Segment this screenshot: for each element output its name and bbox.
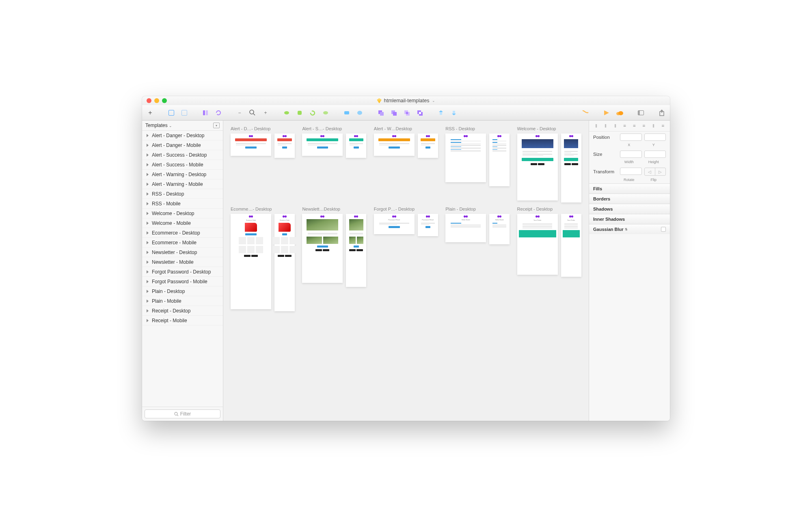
- artboard-title[interactable]: Receipt - Desktop: [517, 207, 581, 211]
- disclosure-triangle-icon[interactable]: [147, 144, 149, 147]
- traffic-lights[interactable]: [142, 98, 167, 103]
- artboard-thumb[interactable]: [374, 134, 415, 156]
- align-left-icon[interactable]: ⦀: [593, 123, 599, 129]
- layer-row[interactable]: Receipt - Mobile: [142, 316, 223, 325]
- disclosure-triangle-icon[interactable]: [147, 173, 149, 176]
- shadows-section[interactable]: Shadows: [589, 204, 670, 214]
- insert-button[interactable]: +: [145, 108, 155, 118]
- artboard-thumb[interactable]: Hello World: [489, 214, 510, 244]
- cloud-button[interactable]: [615, 108, 624, 118]
- artboard-thumb[interactable]: Hello World: [445, 214, 486, 242]
- alignment-controls[interactable]: ⦀ ⦀ ⦀ = = = ⦀ =: [589, 121, 670, 131]
- artboard-thumb[interactable]: Your Order: [517, 214, 558, 275]
- flatten-button[interactable]: [321, 108, 330, 118]
- layer-row[interactable]: Ecommerce - Desktop: [142, 228, 223, 238]
- intersect-button[interactable]: [402, 108, 412, 118]
- zoom-button[interactable]: [248, 108, 257, 118]
- group-button[interactable]: [166, 108, 176, 118]
- ungroup-button[interactable]: [179, 108, 189, 118]
- fills-section[interactable]: Fills: [589, 183, 670, 194]
- create-symbol-button[interactable]: [201, 108, 210, 118]
- layer-row[interactable]: Ecommerce - Mobile: [142, 238, 223, 248]
- artboard-thumb[interactable]: Password Reset: [374, 214, 415, 234]
- distribute-h-icon[interactable]: ⦀: [650, 123, 656, 129]
- filter-input[interactable]: Filter: [145, 409, 220, 418]
- artboard-title[interactable]: RSS - Desktop: [445, 126, 510, 131]
- layer-row[interactable]: Welcome - Mobile: [142, 218, 223, 228]
- disclosure-triangle-icon[interactable]: [147, 222, 149, 225]
- disclosure-triangle-icon[interactable]: [147, 202, 149, 205]
- rotate-copies-button[interactable]: [308, 108, 317, 118]
- artboard-title[interactable]: Plain - Desktop: [445, 207, 510, 211]
- distribute-v-icon[interactable]: =: [660, 123, 666, 129]
- forward-button[interactable]: [436, 108, 446, 118]
- width-input[interactable]: [620, 151, 642, 158]
- backward-button[interactable]: [449, 108, 459, 118]
- inner-shadows-section[interactable]: Inner Shadows: [589, 214, 670, 224]
- disclosure-triangle-icon[interactable]: [147, 183, 149, 186]
- borders-section[interactable]: Borders: [589, 194, 670, 204]
- flip-v-icon[interactable]: ▷: [655, 168, 665, 175]
- layer-row[interactable]: Newsletter - Desktop: [142, 248, 223, 257]
- layer-row[interactable]: Plain - Mobile: [142, 296, 223, 306]
- layer-row[interactable]: Plain - Desktop: [142, 287, 223, 296]
- export-button[interactable]: [657, 108, 667, 118]
- layer-row[interactable]: Alert - Success - Desktop: [142, 150, 223, 160]
- disclosure-triangle-icon[interactable]: [147, 319, 149, 322]
- position-y-input[interactable]: [644, 134, 666, 141]
- artboard-thumb[interactable]: [445, 134, 486, 182]
- artboard-title[interactable]: Welcome - Desktop: [517, 126, 581, 131]
- artboard-thumb[interactable]: [489, 134, 510, 186]
- artboard-title[interactable]: Ecomme…- Desktop: [231, 207, 295, 211]
- pages-header[interactable]: Templates⌄ ▾: [142, 121, 223, 131]
- mask-button[interactable]: [342, 108, 352, 118]
- height-input[interactable]: [644, 151, 666, 158]
- transform-button[interactable]: [295, 108, 304, 118]
- disclosure-triangle-icon[interactable]: [147, 212, 149, 215]
- disclosure-triangle-icon[interactable]: [147, 309, 149, 312]
- layer-row[interactable]: Forgot Password - Mobile: [142, 277, 223, 287]
- artboard-thumb[interactable]: Password Reset: [418, 214, 438, 236]
- disclosure-triangle-icon[interactable]: [147, 299, 149, 303]
- artboard-thumb[interactable]: Summer Sale: [274, 214, 295, 311]
- blur-checkbox[interactable]: [661, 227, 666, 232]
- layer-tree[interactable]: Alert - Danger - DesktopAlert - Danger -…: [142, 131, 223, 407]
- align-bottom-icon[interactable]: =: [641, 123, 647, 129]
- flip-h-icon[interactable]: ◁: [645, 168, 655, 175]
- layer-row[interactable]: RSS - Desktop: [142, 189, 223, 199]
- layer-row[interactable]: Alert - Success - Mobile: [142, 160, 223, 170]
- artboard-thumb[interactable]: [274, 134, 295, 158]
- position-x-input[interactable]: [620, 134, 642, 141]
- artboard-thumb[interactable]: [302, 134, 343, 156]
- disclosure-triangle-icon[interactable]: [147, 280, 149, 283]
- align-middle-icon[interactable]: =: [631, 123, 637, 129]
- align-right-icon[interactable]: ⦀: [612, 123, 618, 129]
- artboard-thumb[interactable]: [561, 134, 581, 202]
- zoom-in-button[interactable]: +: [261, 108, 270, 118]
- rotate-button[interactable]: [214, 108, 223, 118]
- rotate-input[interactable]: [620, 168, 642, 175]
- artboard-thumb[interactable]: [517, 134, 558, 200]
- align-top-icon[interactable]: =: [622, 123, 628, 129]
- layer-row[interactable]: Alert - Warning - Mobile: [142, 179, 223, 189]
- artboard-title[interactable]: Forgot P…- Desktop: [374, 207, 438, 211]
- artboard-thumb[interactable]: [346, 134, 366, 158]
- artboard-thumb[interactable]: Your Order: [561, 214, 581, 277]
- artboard-title[interactable]: Alert - W…Desktop: [374, 126, 438, 131]
- scale-button[interactable]: [355, 108, 365, 118]
- zoom-out-button[interactable]: −: [235, 108, 244, 118]
- difference-button[interactable]: [415, 108, 425, 118]
- artboard-thumb[interactable]: [302, 214, 343, 283]
- maximize-icon[interactable]: [162, 98, 167, 103]
- artboard-title[interactable]: Newslett…Desktop: [302, 207, 366, 211]
- artboard-thumb[interactable]: Summer Sale: [231, 214, 271, 309]
- disclosure-triangle-icon[interactable]: [147, 153, 149, 157]
- disclosure-triangle-icon[interactable]: [147, 261, 149, 264]
- layer-row[interactable]: Newsletter - Mobile: [142, 257, 223, 267]
- artboard-thumb[interactable]: [231, 134, 271, 156]
- layer-row[interactable]: RSS - Mobile: [142, 199, 223, 209]
- layer-row[interactable]: Welcome - Desktop: [142, 209, 223, 218]
- artboard-thumb[interactable]: [418, 134, 438, 158]
- view-button[interactable]: [636, 108, 646, 118]
- layer-row[interactable]: Alert - Warning - Desktop: [142, 170, 223, 179]
